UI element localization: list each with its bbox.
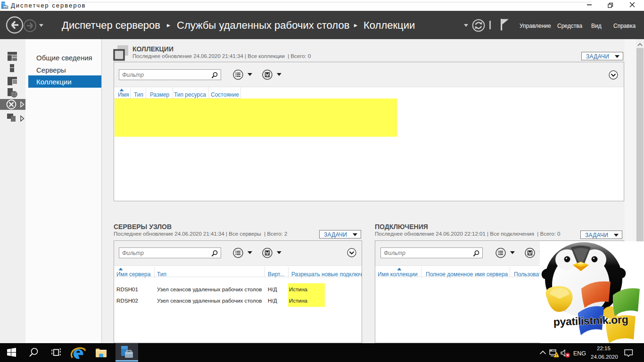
svg-text:pyatilistnik.org: pyatilistnik.org	[553, 313, 628, 328]
